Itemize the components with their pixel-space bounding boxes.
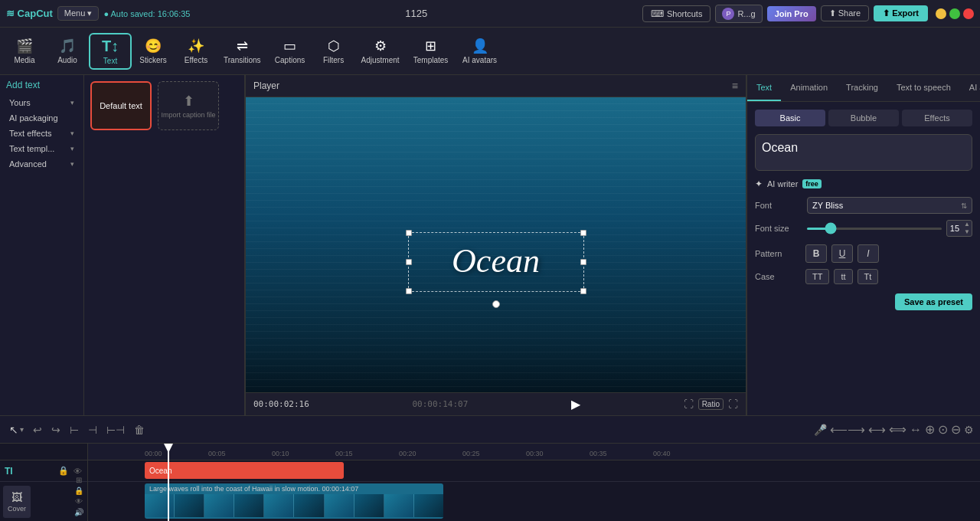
handle-bl[interactable] (406, 288, 412, 294)
player-menu-icon[interactable]: ≡ (732, 80, 738, 92)
sub-tab-effects[interactable]: Effects (902, 110, 972, 126)
sub-tab-basic[interactable]: Basic (755, 110, 825, 126)
player-right-tools: ⛶ Ratio ⛶ (684, 398, 738, 410)
playhead[interactable] (168, 444, 169, 521)
tab-tracking[interactable]: Tracking (837, 75, 887, 101)
menu-button[interactable]: Menu ▾ (57, 6, 100, 21)
maximize-button[interactable] (949, 8, 960, 19)
handle-mr[interactable] (580, 259, 586, 265)
italic-button[interactable]: I (858, 244, 879, 263)
ai-writer-label: AI writer (767, 179, 798, 188)
handle-tl[interactable] (406, 230, 412, 236)
video-clip[interactable]: Large waves roll into the coast of Hawai… (145, 483, 443, 519)
bold-button[interactable]: B (805, 244, 827, 263)
join-pro-button[interactable]: Join Pro (767, 6, 816, 21)
captions-label: Captions (275, 56, 305, 64)
transitions-icon: ⇌ (237, 38, 248, 54)
timeline: ↖ ▾ ↩ ↪ ⊢ ⊣ ⊢⊣ 🗑 🎤 ⟵⟶ ⟷ ⟺ ↔ ⊕ ⊙ ⊖ ⚙ TI (0, 415, 980, 521)
ai-writer-row[interactable]: ✦ AI writer free (755, 179, 972, 189)
import-caption-item[interactable]: ⬆ Import caption file (158, 81, 219, 130)
video-track-lock[interactable]: 🔒 (74, 486, 84, 496)
toolbar-item-audio[interactable]: 🎵 Audio (46, 34, 89, 67)
select-tool[interactable]: ↖ ▾ (6, 422, 27, 437)
media-icon: 🎬 (16, 38, 33, 54)
expand-tool[interactable]: ⛶ (728, 398, 738, 410)
yours-section-button[interactable]: Yours▾ (5, 95, 79, 110)
toolbar-item-filters[interactable]: ⬡ Filters (313, 34, 354, 67)
toolbar-item-ai-avatars[interactable]: 👤 AI avatars (456, 34, 505, 67)
video-track-audio[interactable]: 🔊 (74, 507, 84, 517)
undo-button[interactable]: ↩ (30, 422, 45, 437)
ratio-badge[interactable]: Ratio (698, 398, 724, 410)
timeline-settings[interactable]: ⚙ (964, 424, 974, 436)
timeline-tool-2[interactable]: ⟷ (868, 422, 886, 437)
play-button[interactable]: ▶ (571, 397, 580, 411)
titlecase-button[interactable]: Tt (858, 269, 879, 284)
lowercase-button[interactable]: tt (834, 269, 852, 284)
timeline-tool-3[interactable]: ⟺ (889, 422, 906, 437)
default-text-item[interactable]: Default text (90, 81, 152, 130)
handle-br[interactable] (580, 288, 586, 294)
text-effects-button[interactable]: Text effects▾ (5, 126, 79, 141)
font-size-down[interactable]: ▼ (962, 228, 972, 236)
split-button[interactable]: ⊢ (67, 422, 82, 437)
timeline-tool-1[interactable]: ⟵⟶ (830, 422, 865, 437)
uppercase-button[interactable]: TT (805, 269, 829, 284)
export-button[interactable]: ⬆ Export (874, 5, 928, 21)
advanced-button[interactable]: Advanced▾ (5, 156, 79, 172)
text-input-area[interactable]: Ocean (755, 134, 972, 171)
cover-button[interactable]: 🖼 Cover (3, 486, 31, 518)
profile-icon: P (722, 8, 734, 20)
split-right-button[interactable]: ⊣ (85, 422, 100, 437)
timeline-tool-5[interactable]: ⊕ (925, 422, 935, 437)
timecode-total: 00:00:14:07 (413, 399, 469, 409)
save-as-preset-button[interactable]: Save as preset (895, 293, 972, 310)
share-button[interactable]: ⬆ Share (821, 5, 869, 21)
font-size-label: Font size (755, 224, 801, 233)
toolbar-item-transitions[interactable]: ⇌ Transitions (217, 34, 267, 67)
track-labels: TI 🔒 👁 🖼 Cover ⊞ 🔒 👁 🔊 ⋯ (0, 444, 88, 521)
close-button[interactable] (963, 8, 974, 19)
toolbar-item-media[interactable]: 🎬 Media (3, 34, 46, 67)
minimize-button[interactable] (936, 8, 946, 19)
delete-button[interactable]: 🗑 (131, 422, 148, 437)
handle-ml[interactable] (406, 259, 412, 265)
video-track-add[interactable]: ⊞ (74, 475, 84, 485)
tab-text[interactable]: Text (747, 75, 781, 101)
transitions-label: Transitions (224, 56, 261, 64)
timeline-tool-6[interactable]: ⊙ (938, 422, 948, 437)
shortcuts-button[interactable]: ⌨ Shortcuts (642, 5, 710, 22)
video-track-more[interactable]: ⋯ (74, 518, 84, 521)
toolbar-item-adjustment[interactable]: ⚙ Adjustment (354, 34, 407, 67)
redo-button[interactable]: ↪ (48, 422, 64, 437)
font-size-slider[interactable] (807, 228, 942, 230)
underline-button[interactable]: U (831, 244, 853, 263)
toolbar-item-text[interactable]: T↕ Text (89, 33, 132, 70)
text-clip[interactable]: Ocean (145, 462, 344, 479)
handle-tr[interactable] (580, 230, 586, 236)
toolbar-item-stickers[interactable]: 😊 Stickers (132, 34, 175, 67)
profile-button[interactable]: P R...g (715, 5, 762, 23)
font-row: Font ZY Bliss ⇅ (755, 197, 972, 214)
timeline-tool-4[interactable]: ↔ (910, 423, 922, 437)
font-size-up[interactable]: ▲ (962, 221, 972, 228)
toolbar-item-templates[interactable]: ⊞ Templates (407, 34, 456, 67)
text-templates-button[interactable]: Text templ...▾ (5, 141, 79, 156)
toolbar-item-effects[interactable]: ✨ Effects (175, 34, 217, 67)
ai-packaging-button[interactable]: AI packaging (5, 110, 79, 126)
tab-text-to-speech[interactable]: Text to speech (887, 75, 960, 101)
tab-ai-attr[interactable]: AI a...t (960, 75, 980, 101)
rotate-handle[interactable] (492, 300, 500, 308)
mic-button[interactable]: 🎤 (814, 424, 827, 436)
case-label: Case (755, 272, 801, 281)
timeline-tool-7[interactable]: ⊖ (951, 422, 961, 437)
video-track-visibility[interactable]: 👁 (74, 496, 84, 506)
tab-animation[interactable]: Animation (781, 75, 837, 101)
split-both-button[interactable]: ⊢⊣ (103, 422, 128, 437)
fullscreen-tool[interactable]: ⛶ (684, 398, 694, 410)
text-track-lock[interactable]: 🔒 (57, 465, 70, 477)
sub-tab-bubble[interactable]: Bubble (828, 110, 899, 126)
player-title: Player (253, 80, 279, 91)
font-select[interactable]: ZY Bliss ⇅ (807, 197, 972, 214)
toolbar-item-captions[interactable]: ▭ Captions (267, 34, 313, 67)
